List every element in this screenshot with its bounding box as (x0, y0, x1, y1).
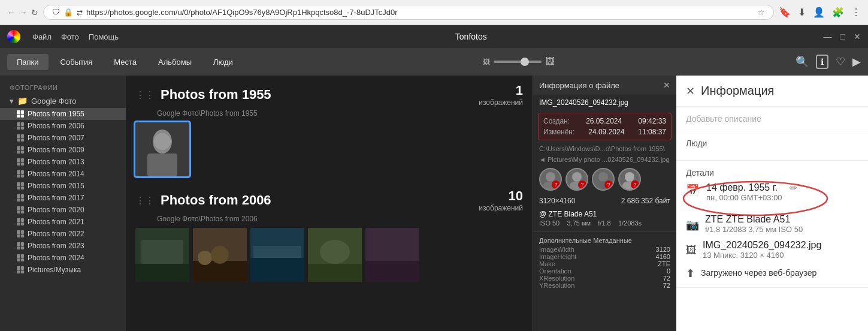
meta-label-3: Orientation (539, 267, 571, 275)
meta-label-5: YResolution (539, 282, 574, 289)
photo-thumb-2006-4[interactable] (308, 228, 362, 282)
grid-icon (17, 110, 24, 118)
svg-rect-2 (147, 154, 177, 176)
album-count-area: 1 изображений (479, 83, 523, 107)
main-content: Фотографии ▾ 📁 Google Фото Photos from 1… (0, 76, 868, 331)
gp-date-edit-icon[interactable]: ✏ (790, 182, 797, 194)
section-divider (533, 231, 676, 232)
star-icon[interactable]: ☆ (758, 8, 765, 17)
meta-row-0: ImageWidth 3120 (539, 246, 670, 253)
photo-svg1 (135, 228, 189, 282)
sidebar-item-label: Photos from 2013 (28, 158, 84, 166)
file-path2: ◄ Pictures\My photo ...0240526_094232.jp… (533, 155, 676, 164)
calendar-icon: 📅 (686, 183, 699, 197)
titlebar-controls: — □ ✕ (824, 32, 861, 41)
sidebar-item-2023[interactable]: Photos from 2023 (0, 240, 126, 252)
download-icon[interactable]: ⬇ (798, 7, 806, 18)
minimize-button[interactable]: — (824, 32, 832, 41)
created-time: 09:42:33 (638, 117, 666, 125)
tab-folders[interactable]: Папки (7, 54, 49, 70)
gp-date-main: 14 февр. 1955 г. (706, 182, 782, 193)
menu-file[interactable]: Файл (32, 32, 52, 41)
sidebar-item-2015[interactable]: Photos from 2015 (0, 180, 126, 192)
extension-icon[interactable]: 🧩 (832, 7, 844, 18)
menu-icon[interactable]: ⋮ (851, 7, 861, 18)
menu-help[interactable]: Помощь (89, 32, 119, 41)
photo-svg4 (308, 228, 362, 282)
menu-photo[interactable]: Фото (61, 32, 79, 41)
parent-folder-label: Google Фото (31, 97, 76, 106)
sidebar-item-label: Photos from 2021 (28, 218, 84, 226)
sidebar-item-2024[interactable]: Photos from 2024 (0, 252, 126, 264)
sidebar-parent-folder[interactable]: ▾ 📁 Google Фото (0, 94, 126, 108)
face-avatar-2: ? (565, 168, 588, 191)
camera-section: @ ZTE Blade A51 ISO 50 3,75 мм f/1.8 1/2… (533, 207, 676, 229)
sidebar-item-pictures[interactable]: Pictures/Музыка (0, 264, 126, 276)
app-container: Файл Фото Помощь Tonfotos — □ ✕ Папки Со… (0, 25, 868, 331)
sidebar-item-label: Photos from 2007 (28, 134, 84, 142)
meta-value-0: 3120 (656, 246, 670, 253)
photo-thumb-2006-2[interactable] (193, 228, 247, 282)
svg-rect-15 (308, 264, 362, 282)
forward-icon[interactable]: → (19, 8, 28, 17)
tab-events[interactable]: События (51, 54, 102, 70)
gp-description-input[interactable]: Добавьте описание (676, 107, 868, 131)
tab-people[interactable]: Люди (204, 54, 243, 70)
app-toolbar: Папки События Места Альбомы Люди 🖼 🖼 🔍 ℹ… (0, 48, 868, 76)
sidebar-item-label: Photos from 2020 (28, 206, 84, 214)
album-subtitle-1955: Google Фото\Photos from 1955 (157, 109, 523, 118)
file-info-close[interactable]: ✕ (663, 80, 670, 90)
slider-thumb (521, 58, 529, 66)
drag-handle[interactable]: ⋮⋮ (135, 89, 155, 101)
photo-thumb-1955-1[interactable] (135, 122, 189, 176)
sidebar-item-label: Photos from 2009 (28, 146, 84, 154)
back-icon[interactable]: ← (7, 8, 16, 17)
info-button[interactable]: ℹ (816, 55, 828, 69)
favorite-icon[interactable]: ♡ (836, 55, 845, 68)
sidebar-item-2020[interactable]: Photos from 2020 (0, 204, 126, 216)
photo-thumb-2006-3[interactable] (250, 228, 304, 282)
sidebar-item-2022[interactable]: Photos from 2022 (0, 228, 126, 240)
sidebar-item-2017[interactable]: Photos from 2017 (0, 192, 126, 204)
play-icon[interactable]: ▶ (852, 55, 861, 68)
gp-camera-details: f/1,8 1/2083 3,75 мм ISO 50 (705, 225, 803, 234)
sidebar-item-2013[interactable]: Photos from 2013 (0, 156, 126, 168)
maximize-button[interactable]: □ (840, 32, 845, 41)
sidebar-item-2021[interactable]: Photos from 2021 (0, 216, 126, 228)
zoom-slider[interactable]: 🖼 🖼 (483, 56, 555, 67)
gp-close-button[interactable]: ✕ (686, 85, 695, 98)
reload-icon[interactable]: ↻ (31, 8, 38, 17)
url-bar[interactable]: 🛡 🔒 ⇄ https://photos.google.com/u/0/phot… (43, 5, 774, 20)
sidebar-item-2014[interactable]: Photos from 2014 (0, 168, 126, 180)
svg-rect-13 (253, 246, 301, 258)
drag-handle-2006[interactable]: ⋮⋮ (135, 195, 155, 206)
meta-row-2: Make ZTE (539, 260, 670, 267)
gp-date-container: 📅 14 февр. 1955 г. пн, 00:00 GMT+03:00 ✏ (686, 182, 797, 208)
sidebar-item-label: Photos from 2017 (28, 194, 84, 202)
gp-file-name: IMG_20240526_094232.jpg (703, 240, 821, 251)
app-title: Tonfotos (119, 32, 823, 41)
gp-people-section: Люди (676, 131, 868, 161)
photo-thumb-2006-5[interactable] (365, 228, 419, 282)
gp-header: ✕ Информация (676, 76, 868, 107)
grid-icon (17, 266, 24, 273)
photo-svg-1955 (135, 122, 189, 176)
tab-albums[interactable]: Альбомы (149, 54, 201, 70)
photo-thumb-2006-1[interactable] (135, 228, 189, 282)
sidebar-item-label: Photos from 2015 (28, 182, 84, 190)
tab-places[interactable]: Места (104, 54, 146, 70)
profile-icon[interactable]: 👤 (813, 7, 825, 18)
svg-point-3 (154, 133, 171, 150)
close-button[interactable]: ✕ (854, 32, 861, 41)
album-header-1955: ⋮⋮ Photos from 1955 1 изображений (135, 83, 523, 107)
sidebar-item-1955[interactable]: Photos from 1955 (0, 108, 126, 120)
photo-svg3 (250, 228, 304, 282)
sync-icon: ⇄ (77, 8, 83, 17)
face-avatar-3: ? (592, 168, 615, 191)
sidebar-item-2006[interactable]: Photos from 2006 (0, 120, 126, 132)
bookmark-icon[interactable]: 🔖 (779, 7, 791, 18)
search-icon[interactable]: 🔍 (796, 55, 809, 68)
album-count-2006: 10 (479, 188, 523, 204)
sidebar-item-2009[interactable]: Photos from 2009 (0, 144, 126, 156)
sidebar-item-2007[interactable]: Photos from 2007 (0, 132, 126, 144)
